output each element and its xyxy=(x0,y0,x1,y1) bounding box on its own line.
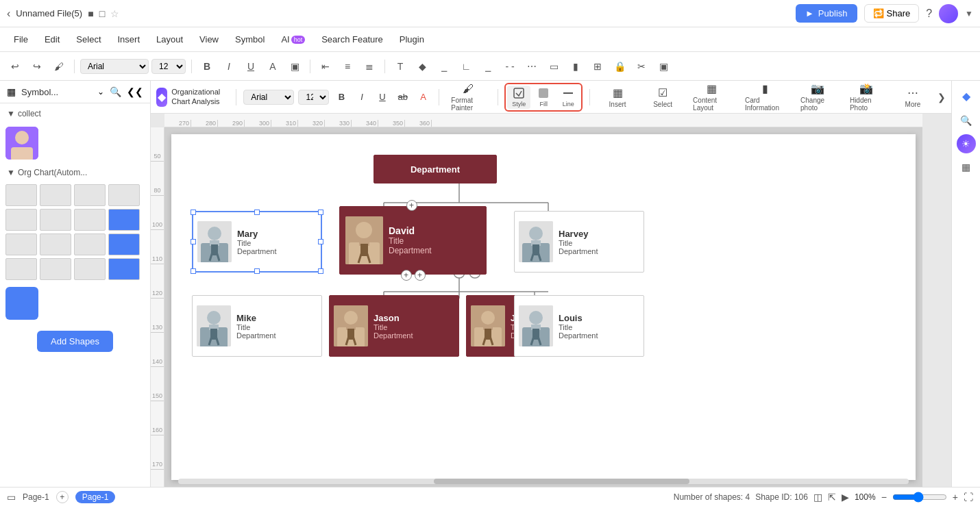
align-center-button[interactable]: ≡ xyxy=(338,57,357,76)
org-thumb-7[interactable] xyxy=(74,209,106,231)
handle-tr[interactable] xyxy=(318,210,323,215)
line-style-button[interactable]: ⎯ xyxy=(478,57,498,76)
david-add-bottom-1[interactable]: + xyxy=(401,270,412,281)
undo-button[interactable]: ↩ xyxy=(5,57,25,76)
org-thumb-5[interactable] xyxy=(5,209,37,231)
sidebar-collapse-icon[interactable]: ❮❮ xyxy=(127,86,143,97)
org-thumb-3[interactable] xyxy=(74,184,106,206)
font-family-select[interactable]: Arial xyxy=(80,59,149,74)
export-icon[interactable]: □ xyxy=(99,8,105,19)
right-panel-ai-btn[interactable]: ☀ xyxy=(957,134,976,153)
help-icon[interactable]: ? xyxy=(926,8,932,20)
ctx-more-button[interactable]: ⋯ More xyxy=(892,84,933,111)
org-thumb-14[interactable] xyxy=(40,258,71,280)
org-thumb-10[interactable] xyxy=(40,233,71,255)
menu-search-feature[interactable]: Search Feature xyxy=(315,31,390,47)
stroke-button[interactable]: ⎯ xyxy=(434,57,454,76)
menu-view[interactable]: View xyxy=(193,31,225,47)
ctx-font-color-button[interactable]: A xyxy=(415,87,432,107)
save-icon[interactable]: ■ xyxy=(88,8,93,19)
align-v-button[interactable]: ≣ xyxy=(360,57,379,76)
handle-br[interactable] xyxy=(318,268,323,274)
org-thumb-6[interactable] xyxy=(40,209,71,231)
bottom-page-icon[interactable]: ▭ xyxy=(7,492,16,503)
sidebar-expand-icon[interactable]: ⌄ xyxy=(97,87,104,97)
font-size-select[interactable]: 12 xyxy=(151,59,186,74)
ctx-content-layout-button[interactable]: ▦ Content Layout xyxy=(687,81,735,114)
handle-bm[interactable] xyxy=(254,268,260,274)
font-color-button[interactable]: A xyxy=(263,57,282,76)
dash-style-button[interactable]: - - xyxy=(500,57,519,76)
fit-icon[interactable]: ⇱ xyxy=(828,492,836,503)
org-node-david[interactable]: + + + xyxy=(339,206,487,275)
ctx-italic-button[interactable]: I xyxy=(354,87,370,107)
right-panel-grid-btn[interactable]: ▦ xyxy=(955,156,977,178)
ctx-style-button[interactable]: Style xyxy=(507,86,530,109)
org-thumb-12[interactable] xyxy=(108,233,140,255)
org-thumb-2[interactable] xyxy=(40,184,71,206)
fullscreen-btn[interactable]: ⛶ xyxy=(964,492,973,503)
menu-select[interactable]: Select xyxy=(69,31,108,47)
org-thumb-8[interactable] xyxy=(108,209,140,231)
h-scrollbar-thumb[interactable] xyxy=(434,479,689,484)
david-add-bottom-2[interactable]: + xyxy=(415,270,426,281)
david-add-top[interactable]: + xyxy=(406,200,417,211)
back-icon[interactable]: ‹ xyxy=(7,8,10,20)
ctx-font-family[interactable]: Arial xyxy=(243,90,294,105)
h-scrollbar[interactable] xyxy=(178,479,909,484)
org-node-harvey[interactable]: Harvey Title Department xyxy=(514,211,644,273)
avatar[interactable] xyxy=(939,4,958,23)
canvas-surface[interactable]: + + ◀ ▶ Department xyxy=(164,127,922,487)
menu-layout[interactable]: Layout xyxy=(149,31,190,47)
right-panel-style-btn[interactable]: ◆ xyxy=(955,85,977,107)
cut-button[interactable]: ✂ xyxy=(632,57,651,76)
fill-button[interactable]: ◆ xyxy=(413,57,432,76)
ctx-select-button[interactable]: ☑ Select xyxy=(642,84,683,111)
more-shapes-button[interactable]: ⊞ xyxy=(588,57,607,76)
ctx-bold-button[interactable]: B xyxy=(333,87,350,107)
handle-mr[interactable] xyxy=(318,239,323,244)
shape-button[interactable]: ▭ xyxy=(544,57,563,76)
right-panel-search-btn[interactable]: 🔍 xyxy=(955,110,977,131)
org-thumb-9[interactable] xyxy=(5,233,37,255)
org-thumb-4[interactable] xyxy=(108,184,140,206)
menu-ai[interactable]: AI hot xyxy=(274,31,312,47)
org-node-louis[interactable]: Louis Title Department xyxy=(514,295,644,357)
menu-insert[interactable]: Insert xyxy=(111,31,147,47)
ctx-expand-icon[interactable]: ❯ xyxy=(938,92,946,103)
ctx-format-painter-button[interactable]: 🖌 Format Painter xyxy=(445,81,490,114)
lock-button[interactable]: 🔒 xyxy=(610,57,629,76)
connector-button[interactable]: ∟ xyxy=(456,57,476,76)
align-left-button[interactable]: ⇤ xyxy=(316,57,335,76)
org-thumb-16[interactable] xyxy=(108,258,140,280)
star-icon[interactable]: ☆ xyxy=(110,8,119,19)
ctx-hidden-photo-button[interactable]: 📸 Hidden Photo xyxy=(844,81,888,114)
ctx-change-photo-button[interactable]: 📷 Change photo xyxy=(795,81,840,114)
dot-style-button[interactable]: ⋯ xyxy=(522,57,541,76)
menu-file[interactable]: File xyxy=(7,31,35,47)
text-button[interactable]: T xyxy=(391,57,410,76)
menu-symbol[interactable]: Symbol xyxy=(228,31,271,47)
zoom-out-btn[interactable]: − xyxy=(881,492,887,503)
org-label[interactable]: ▼ Org Chart(Autom... xyxy=(7,165,143,180)
bold-button[interactable]: B xyxy=(197,57,217,76)
zoom-in-btn[interactable]: + xyxy=(953,492,958,503)
sidebar-search-icon[interactable]: 🔍 xyxy=(110,86,121,97)
org-thumb-1[interactable] xyxy=(5,184,37,206)
ctx-fill-button[interactable]: Fill xyxy=(532,86,555,109)
italic-button[interactable]: I xyxy=(219,57,238,76)
handle-bl[interactable] xyxy=(191,268,196,274)
format-painter-button[interactable]: 🖌 xyxy=(49,57,69,76)
collect-label[interactable]: ▼ collect xyxy=(7,106,143,121)
ctx-card-info-button[interactable]: ▮ Card Information xyxy=(739,81,791,114)
menu-edit[interactable]: Edit xyxy=(38,31,66,47)
ctx-font-size[interactable]: 12 xyxy=(298,90,329,105)
ctx-strikethrough-button[interactable]: ab xyxy=(395,87,411,107)
org-thumb-11[interactable] xyxy=(74,233,106,255)
org-node-top[interactable]: Department xyxy=(373,155,497,184)
layers-icon[interactable]: ◫ xyxy=(813,492,822,503)
underline-button[interactable]: U xyxy=(241,57,260,76)
play-icon[interactable]: ▶ xyxy=(842,492,849,503)
redo-button[interactable]: ↪ xyxy=(27,57,47,76)
publish-button[interactable]: ► Publish xyxy=(796,4,857,23)
